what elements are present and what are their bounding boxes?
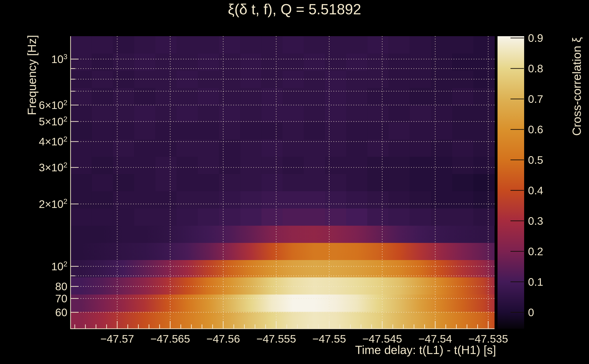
colorbar-tick-label: 0.8 [528,62,543,75]
y-tick-label: 60 [55,306,67,318]
y-tick-label: 102 [51,260,67,273]
x-tick-label: −47.565 [150,333,190,345]
y-tick-label: 103 [51,53,67,65]
y-tick-label: 6×102 [39,99,67,111]
y-tick-label: 70 [55,292,67,305]
colorbar-tick-label: 0.9 [528,32,543,44]
y-tick-label: 3×102 [39,161,67,174]
x-tick-label: −47.54 [418,333,452,345]
colorbar-tick-label: 0.3 [528,214,543,227]
y-tick-label: 4×102 [39,135,67,148]
colorbar-title: Cross-correlation ξ [570,37,583,136]
colorbar-tick-label: 0.6 [528,123,543,136]
x-tick-label: −47.56 [206,333,240,345]
y-tick-label: 2×102 [39,198,67,210]
x-tick-label: −47.535 [468,333,508,345]
x-tick-label: −47.545 [362,333,402,345]
colorbar-tick-label: 0.7 [528,93,543,105]
colorbar-tick-label: 0.4 [528,184,543,196]
y-axis-title: Frequency [Hz] [25,35,39,115]
colorbar-tick-label: 0 [528,306,534,318]
colorbar-tick-label: 0.1 [528,275,543,288]
heatmap-canvas [0,0,589,364]
y-tick-label: 5×102 [39,115,67,128]
x-axis-title: Time delay: t(L1) - t(H1) [s] [355,343,496,357]
y-tick-label: 80 [55,280,67,293]
colorbar-tick-label: 0.2 [528,245,543,258]
x-tick-label: −47.55 [312,333,346,345]
x-tick-label: −47.555 [256,333,296,345]
chart-title: ξ(δ t, f), Q = 5.51892 [228,1,361,18]
figure-root: ξ(δ t, f), Q = 5.51892 Time delay: t(L1)… [0,0,589,364]
colorbar-tick-label: 0.5 [528,154,543,166]
x-tick-label: −47.57 [100,333,134,345]
